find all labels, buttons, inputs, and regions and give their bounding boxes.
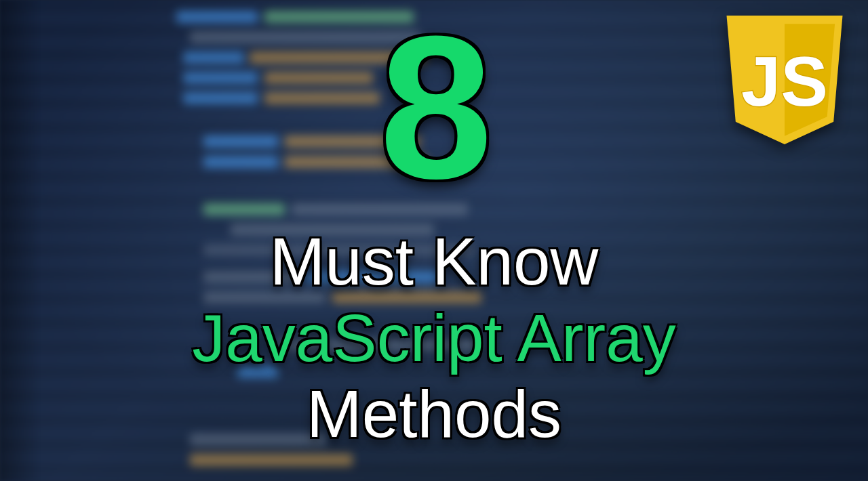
headline-line-3: Methods [0, 376, 868, 453]
headline-line-2: JavaScript Array [0, 300, 868, 377]
javascript-shield-icon: JS [720, 12, 849, 148]
javascript-logo-text: JS [741, 41, 828, 121]
headline-text: Must Know JavaScript Array Methods [0, 224, 868, 453]
headline-number: 8 [380, 5, 489, 209]
headline-line-1: Must Know [0, 224, 868, 300]
